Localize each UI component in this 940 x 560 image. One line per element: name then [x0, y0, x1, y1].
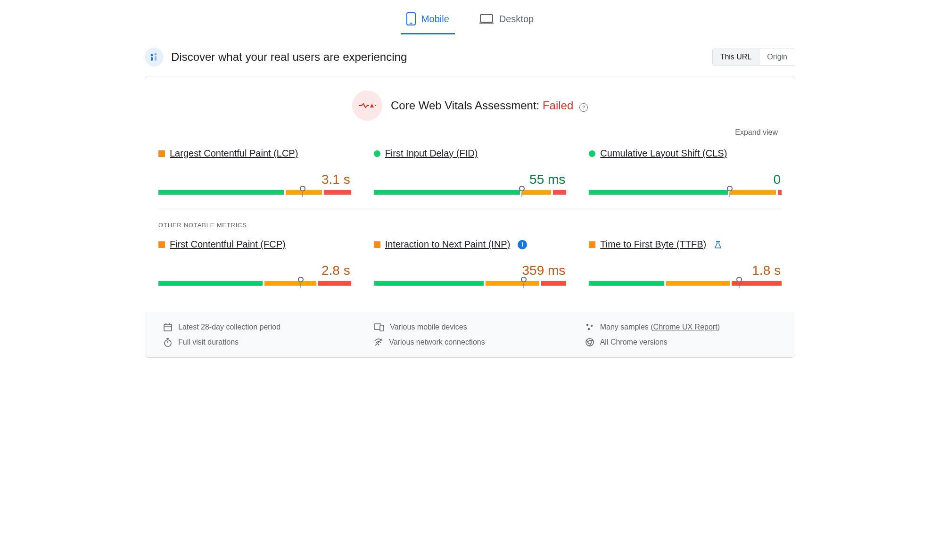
tab-mobile-label: Mobile — [421, 14, 449, 25]
metric-lcp: Largest Contentful Paint (LCP) 3.1 s — [158, 148, 351, 195]
metric-fcp: First Contentful Paint (FCP) 2.8 s — [158, 239, 351, 286]
status-dot-icon — [374, 241, 380, 248]
metric-fcp-name[interactable]: First Contentful Paint (FCP) — [170, 239, 286, 250]
metric-cls-value: 0 — [589, 172, 782, 187]
svg-rect-8 — [375, 105, 376, 106]
metric-fid-bar — [374, 190, 567, 195]
metric-ttfb: Time to First Byte (TTFB) 1.8 s — [589, 239, 782, 286]
assessment-status: Failed — [543, 99, 573, 112]
metric-fcp-value: 2.8 s — [158, 263, 351, 278]
svg-rect-15 — [380, 325, 384, 331]
footer-network: Various network connections — [374, 338, 566, 347]
svg-rect-6 — [151, 57, 153, 61]
svg-rect-7 — [155, 56, 157, 61]
footer-info: Latest 28-day collection period Various … — [145, 312, 795, 357]
metric-cls-name[interactable]: Cumulative Layout Shift (CLS) — [600, 148, 727, 159]
metric-fid-name[interactable]: First Input Delay (FID) — [385, 148, 478, 159]
metric-lcp-bar — [158, 190, 351, 195]
scatter-icon — [585, 322, 594, 332]
toggle-this-url[interactable]: This URL — [713, 49, 760, 65]
calendar-icon — [163, 322, 173, 332]
mobile-icon — [406, 12, 416, 25]
devices-icon — [374, 323, 384, 331]
marker-icon — [298, 277, 304, 282]
metric-fid: First Input Delay (FID) 55 ms — [374, 148, 567, 195]
chrome-icon — [585, 338, 594, 347]
help-icon[interactable]: ? — [579, 103, 588, 112]
status-dot-icon — [158, 241, 165, 248]
tab-mobile[interactable]: Mobile — [401, 8, 455, 34]
metric-cls-bar — [589, 190, 782, 195]
metric-inp: Interaction to Next Paint (INP) i 359 ms — [374, 239, 567, 286]
tab-desktop[interactable]: Desktop — [474, 8, 539, 34]
footer-period: Latest 28-day collection period — [163, 322, 355, 332]
divider — [158, 208, 782, 208]
expand-view-link[interactable]: Expand view — [735, 128, 778, 136]
crux-icon — [145, 48, 164, 66]
assessment-row: Core Web Vitals Assessment: Failed ? — [158, 91, 782, 121]
stopwatch-icon — [163, 338, 173, 347]
metric-ttfb-name[interactable]: Time to First Byte (TTFB) — [600, 239, 706, 250]
other-metrics-label: OTHER NOTABLE METRICS — [158, 222, 782, 229]
marker-icon — [521, 277, 527, 282]
vitals-card: Core Web Vitals Assessment: Failed ? Exp… — [145, 76, 795, 358]
svg-rect-10 — [164, 324, 172, 331]
marker-icon — [519, 186, 525, 191]
metric-fid-value: 55 ms — [374, 172, 567, 187]
scope-toggle: This URL Origin — [712, 49, 795, 66]
status-dot-icon — [589, 150, 595, 157]
metric-fcp-bar — [158, 281, 351, 286]
footer-devices: Various mobile devices — [374, 322, 566, 332]
metric-ttfb-value: 1.8 s — [589, 263, 782, 278]
flask-icon — [714, 240, 722, 249]
svg-point-23 — [378, 344, 379, 346]
footer-samples: Many samples (Chrome UX Report) — [585, 322, 777, 332]
svg-rect-1 — [410, 23, 412, 24]
assessment-label: Core Web Vitals Assessment: — [391, 99, 543, 112]
desktop-icon — [479, 14, 494, 24]
svg-point-17 — [590, 325, 592, 327]
assessment-fail-icon — [352, 91, 382, 121]
metric-inp-bar — [374, 281, 567, 286]
metric-inp-name[interactable]: Interaction to Next Paint (INP) — [385, 239, 511, 250]
crux-report-link[interactable]: Chrome UX Report — [653, 323, 717, 331]
svg-point-5 — [155, 53, 157, 56]
status-dot-icon — [374, 150, 380, 157]
toggle-origin[interactable]: Origin — [759, 49, 795, 65]
metric-lcp-name[interactable]: Largest Contentful Paint (LCP) — [170, 148, 298, 159]
marker-icon — [300, 186, 305, 191]
tab-desktop-label: Desktop — [499, 14, 534, 25]
marker-icon — [736, 277, 742, 282]
metric-inp-value: 359 ms — [374, 263, 567, 278]
status-dot-icon — [589, 241, 595, 248]
metric-cls: Cumulative Layout Shift (CLS) 0 — [589, 148, 782, 195]
metric-lcp-value: 3.1 s — [158, 172, 351, 187]
footer-versions: All Chrome versions — [585, 338, 777, 347]
footer-durations: Full visit durations — [163, 338, 355, 347]
svg-rect-2 — [480, 15, 493, 22]
network-icon — [374, 338, 383, 346]
svg-point-4 — [151, 54, 153, 57]
info-icon[interactable]: i — [518, 240, 527, 249]
marker-icon — [727, 186, 733, 191]
svg-point-18 — [587, 328, 589, 330]
core-metrics: Largest Contentful Paint (LCP) 3.1 s Fir… — [158, 148, 782, 208]
metric-ttfb-bar — [589, 281, 782, 286]
status-dot-icon — [158, 150, 165, 157]
svg-point-16 — [586, 324, 588, 326]
page-title: Discover what your real users are experi… — [171, 50, 407, 64]
other-metrics: First Contentful Paint (FCP) 2.8 s Inter… — [158, 239, 782, 299]
device-tabs: Mobile Desktop — [145, 0, 795, 34]
